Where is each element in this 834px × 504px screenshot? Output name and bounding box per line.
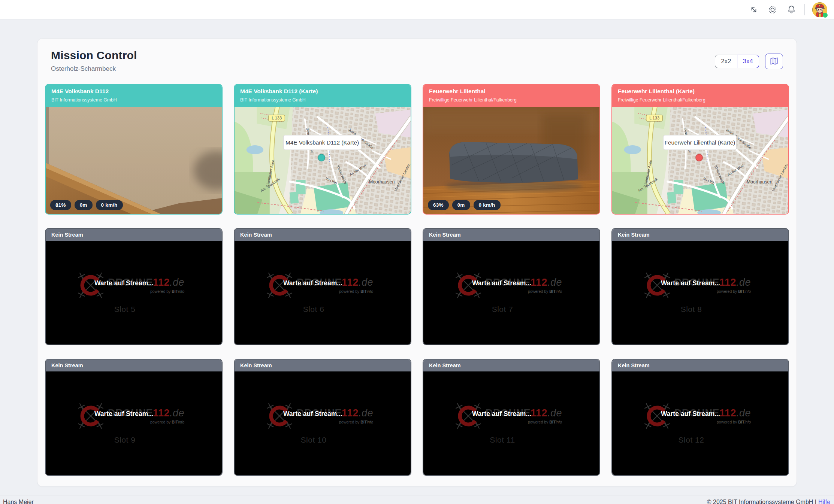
empty-stream-tile[interactable]: Kein Stream DRO [611,359,789,476]
tile-subtitle: Freiwillige Feuerwehr Lilienthal/Falkenb… [618,97,783,103]
empty-stream-tile[interactable]: Kein Stream DRO [423,359,600,476]
empty-tile-title: Kein Stream [618,232,650,238]
telemetry-badges: 63% 0m 0 km/h [428,200,501,210]
map-view-button[interactable] [765,54,783,69]
map-view[interactable]: M4E Volksbank D112 (Karte) [235,107,411,214]
tile-title: Feuerwehr Lilienthal [429,88,594,95]
card-header: Mission Control Osterholz-Scharmbeck 2x2… [45,47,789,73]
empty-tile-header: Kein Stream [423,229,599,241]
help-link[interactable]: Hilfe [818,499,830,504]
tile-header: Feuerwehr Lilienthal (Karte) Freiwillige… [612,85,788,107]
empty-stream-tile[interactable]: Kein Stream DRO [423,228,600,345]
view-controls: 2x2 3x4 [715,54,783,69]
powered-by: powered by BITinfo [150,420,184,424]
empty-tile-header: Kein Stream [235,359,411,371]
footer-copyright: © 2025 BIT Informationssysteme GmbH | [707,499,816,504]
speed-badge: 0 km/h [96,200,123,210]
map-image: Feuerwehr Lilienthal (Karte) [612,107,788,214]
stream-grid: M4E Volksbank D112 BIT Informationssyste… [45,84,789,476]
footer-username: Hans Meier [3,499,34,504]
slot-label: Slot 7 [492,305,513,314]
watermark: DROHNE112.de powered by BITinfo Warte au… [46,241,222,344]
camera-feed: 63% 0m 0 km/h [423,107,599,214]
tile-header: M4E Volksbank D112 (Karte) BIT Informati… [235,85,411,107]
powered-by: powered by BITinfo [528,289,562,294]
empty-stream-tile[interactable]: Kein Stream DRO [45,228,223,345]
powered-by: powered by BITinfo [150,289,184,294]
waiting-text: Warte auf Stream... [94,410,154,418]
layout-3x4-button[interactable]: 3x4 [737,55,759,68]
empty-tile-header: Kein Stream [235,229,411,241]
camera-image-office [46,107,222,214]
battery-badge: 81% [50,200,71,210]
grid-layout-toggle: 2x2 3x4 [715,55,759,68]
stream-tile-volksbank-map[interactable]: M4E Volksbank D112 (Karte) BIT Informati… [234,84,411,215]
waiting-text: Warte auf Stream... [661,410,720,418]
empty-tile-body: DROHNE112.de powered by BITinfo Warte au… [46,241,222,344]
tile-title: M4E Volksbank D112 (Karte) [240,88,405,95]
layout-2x2-button[interactable]: 2x2 [715,55,737,68]
watermark: DROHNE112.de powered by BITinfo Warte au… [612,371,788,475]
footer: Hans Meier © 2025 BIT Informationssystem… [0,495,834,504]
empty-stream-tile[interactable]: Kein Stream DRO [234,359,411,476]
user-avatar[interactable] [812,2,827,17]
topbar-divider [804,4,805,15]
empty-tile-title: Kein Stream [429,232,461,238]
empty-tile-body: DROHNE112.de powered by BITinfo Warte au… [612,371,788,475]
watermark: DROHNE112.de powered by BITinfo Warte au… [46,371,222,475]
speed-badge: 0 km/h [474,200,501,210]
map-icon [769,56,779,67]
empty-tile-title: Kein Stream [51,362,83,368]
empty-tile-header: Kein Stream [46,229,222,241]
empty-stream-tile[interactable]: Kein Stream DRO [45,359,223,476]
battery-badge: 63% [428,200,449,210]
powered-by: powered by BITinfo [339,420,373,424]
slot-label: Slot 8 [681,305,702,314]
watermark: DROHNE112.de powered by BITinfo Warte au… [423,241,599,344]
theme-sun-icon[interactable] [767,4,778,15]
watermark: DROHNE112.de powered by BITinfo Warte au… [612,241,788,344]
empty-tile-header: Kein Stream [46,359,222,371]
empty-stream-tile[interactable]: Kein Stream DRO [611,228,789,345]
empty-tile-header: Kein Stream [612,359,788,371]
watermark: DROHNE112.de powered by BITinfo Warte au… [423,371,599,475]
stream-tile-volksbank-camera[interactable]: M4E Volksbank D112 BIT Informationssyste… [45,84,223,215]
map-marker-teal[interactable] [318,154,325,161]
waiting-text: Warte auf Stream... [472,410,531,418]
empty-tile-body: DROHNE112.de powered by BITinfo Warte au… [612,241,788,344]
online-status-dot [823,13,828,18]
slot-label: Slot 12 [679,435,704,444]
powered-by: powered by BITinfo [339,289,373,294]
waiting-text: Warte auf Stream... [661,279,720,287]
topbar [0,0,834,19]
empty-tile-body: DROHNE112.de powered by BITinfo Warte au… [235,371,411,475]
empty-tile-body: DROHNE112.de powered by BITinfo Warte au… [423,371,599,475]
empty-tile-body: DROHNE112.de powered by BITinfo Warte au… [46,371,222,475]
tile-subtitle: BIT Informationssysteme GmbH [51,97,216,103]
altitude-badge: 0m [452,200,470,210]
map-tooltip-text: M4E Volksbank D112 (Karte) [285,139,359,146]
map-view[interactable]: Feuerwehr Lilienthal (Karte) [612,107,788,214]
empty-tile-body: DROHNE112.de powered by BITinfo Warte au… [235,241,411,344]
empty-tile-header: Kein Stream [612,229,788,241]
tile-title: M4E Volksbank D112 [51,88,216,95]
notification-bell-icon[interactable] [786,4,797,15]
watermark: DROHNE112.de powered by BITinfo Warte au… [235,371,411,475]
expand-icon[interactable] [748,4,759,15]
stream-tile-feuerwehr-map[interactable]: Feuerwehr Lilienthal (Karte) Freiwillige… [611,84,789,215]
empty-stream-tile[interactable]: Kein Stream DRO [234,228,411,345]
stream-tile-feuerwehr-camera[interactable]: Feuerwehr Lilienthal Freiwillige Feuerwe… [423,84,600,215]
map-marker-red[interactable] [696,154,703,161]
slot-label: Slot 9 [114,435,136,444]
tile-subtitle: Freiwillige Feuerwehr Lilienthal/Falkenb… [429,97,594,103]
tile-subtitle: BIT Informationssysteme GmbH [240,97,405,103]
powered-by: powered by BITinfo [717,289,751,294]
tile-header: M4E Volksbank D112 BIT Informationssyste… [46,85,222,107]
waiting-text: Warte auf Stream... [283,410,342,418]
empty-tile-title: Kein Stream [240,362,272,368]
empty-tile-title: Kein Stream [240,232,272,238]
powered-by: powered by BITinfo [528,420,562,424]
slot-label: Slot 6 [303,305,324,314]
map-image: M4E Volksbank D112 (Karte) [235,107,411,214]
watermark: DROHNE112.de powered by BITinfo Warte au… [235,241,411,344]
